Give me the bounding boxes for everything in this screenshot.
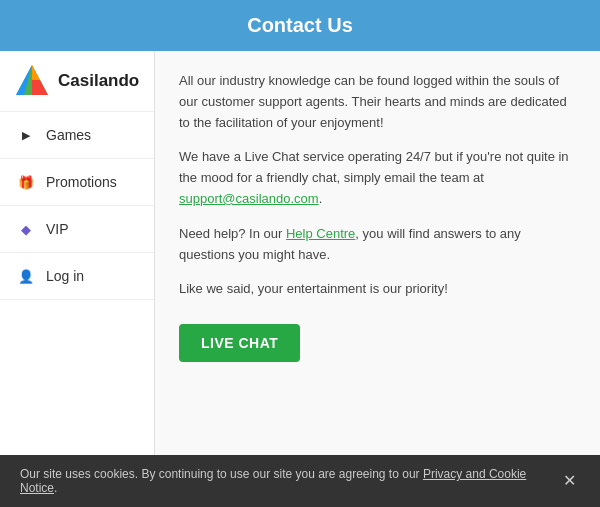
header-title: Contact Us [247,14,353,36]
sidebar-item-login[interactable]: Log in [0,253,154,300]
sidebar-item-label: VIP [46,221,69,237]
cookie-banner: Our site uses cookies. By continuing to … [0,455,600,507]
logo-text: Casilando [58,71,139,91]
paragraph-4: Like we said, your entertainment is our … [179,279,576,300]
cookie-text-before: Our site uses cookies. By continuing to … [20,467,423,481]
help-centre-link[interactable]: Help Centre [286,226,355,241]
sidebar-nav: Games Promotions VIP Log in [0,112,154,439]
cookie-close-button[interactable]: ✕ [559,473,580,489]
svg-marker-2 [32,65,40,80]
sidebar-item-label: Games [46,127,91,143]
svg-marker-3 [32,80,48,95]
sidebar-item-games[interactable]: Games [0,112,154,159]
paragraph-2-after: . [319,191,323,206]
cookie-text-after: . [54,481,57,495]
live-chat-button[interactable]: LIVE CHAT [179,324,300,362]
person-icon [16,266,36,286]
sidebar-item-label: Log in [46,268,84,284]
sidebar-item-vip[interactable]: VIP [0,206,154,253]
sidebar: Casilando Games Promotions VIP Log in [0,51,155,507]
paragraph-2-before: We have a Live Chat service operating 24… [179,149,569,185]
body-area: Casilando Games Promotions VIP Log in [0,51,600,507]
cookie-text: Our site uses cookies. By continuing to … [20,467,559,495]
email-link[interactable]: support@casilando.com [179,191,319,206]
page-header: Contact Us [0,0,600,51]
paragraph-3: Need help? In our Help Centre, you will … [179,224,576,266]
gift-icon [16,172,36,192]
main-content: All our industry knowledge can be found … [155,51,600,507]
page-wrapper: Contact Us Casilando [0,0,600,507]
paragraph-1: All our industry knowledge can be found … [179,71,576,133]
paragraph-3-before: Need help? In our [179,226,286,241]
paragraph-2: We have a Live Chat service operating 24… [179,147,576,209]
sidebar-logo: Casilando [0,51,154,112]
diamond-icon [16,219,36,239]
sidebar-item-promotions[interactable]: Promotions [0,159,154,206]
play-icon [16,125,36,145]
logo-icon [14,63,50,99]
sidebar-item-label: Promotions [46,174,117,190]
